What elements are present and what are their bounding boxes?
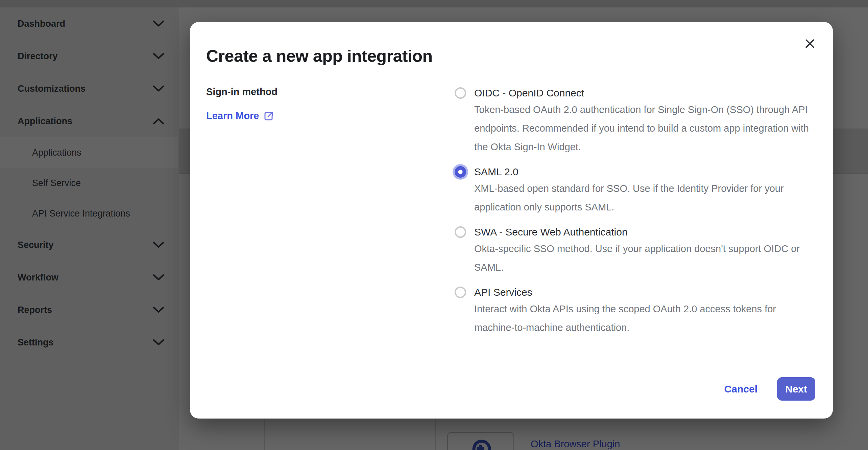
option-description: Okta-specific SSO method. Use if your ap… bbox=[474, 240, 819, 277]
cancel-button[interactable]: Cancel bbox=[724, 383, 757, 395]
modal-footer: Cancel Next bbox=[724, 377, 815, 401]
option-api-services-head[interactable]: API Services bbox=[455, 285, 823, 300]
option-swa[interactable]: SWA - Secure Web Authentication Okta-spe… bbox=[455, 225, 823, 277]
modal-title: Create a new app integration bbox=[206, 46, 432, 66]
option-oidc[interactable]: OIDC - OpenID Connect Token-based OAuth … bbox=[455, 86, 823, 156]
radio-swa[interactable] bbox=[455, 226, 466, 238]
learn-more-label: Learn More bbox=[206, 110, 259, 121]
option-label: API Services bbox=[474, 287, 532, 298]
option-label: SAML 2.0 bbox=[474, 166, 519, 178]
option-label: SWA - Secure Web Authentication bbox=[474, 226, 628, 238]
radio-oidc[interactable] bbox=[455, 87, 466, 99]
learn-more-link[interactable]: Learn More bbox=[206, 110, 274, 121]
option-description: XML-based open standard for SSO. Use if … bbox=[474, 179, 819, 217]
option-saml[interactable]: SAML 2.0 XML-based open standard for SSO… bbox=[455, 164, 823, 217]
sign-in-method-label: Sign-in method bbox=[206, 86, 443, 97]
modal-left-column: Sign-in method Learn More bbox=[206, 86, 443, 121]
option-description: Token-based OAuth 2.0 authentication for… bbox=[474, 100, 819, 156]
close-icon[interactable] bbox=[803, 37, 817, 50]
option-oidc-head[interactable]: OIDC - OpenID Connect bbox=[455, 86, 823, 100]
next-button[interactable]: Next bbox=[777, 377, 815, 401]
external-link-icon bbox=[264, 111, 274, 121]
okta-admin-screen: Dashboard Directory Customizations Appli… bbox=[0, 0, 868, 450]
sign-in-method-options: OIDC - OpenID Connect Token-based OAuth … bbox=[455, 86, 823, 345]
option-api-services[interactable]: API Services Interact with Okta APIs usi… bbox=[455, 285, 823, 337]
radio-saml-selected[interactable] bbox=[455, 166, 466, 178]
radio-api-services[interactable] bbox=[455, 287, 466, 298]
option-saml-head[interactable]: SAML 2.0 bbox=[455, 164, 823, 179]
option-swa-head[interactable]: SWA - Secure Web Authentication bbox=[455, 225, 823, 240]
create-app-integration-modal: Create a new app integration Sign-in met… bbox=[190, 22, 833, 419]
option-description: Interact with Okta APIs using the scoped… bbox=[474, 300, 819, 337]
option-label: OIDC - OpenID Connect bbox=[474, 87, 584, 99]
